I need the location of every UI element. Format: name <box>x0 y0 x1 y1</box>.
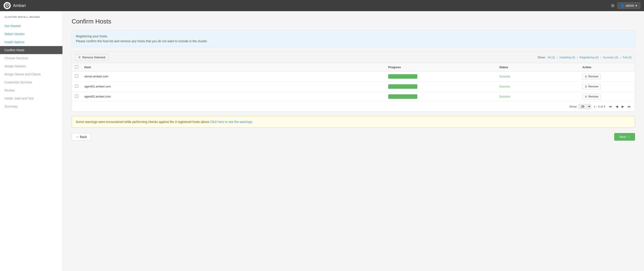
row-checkbox-2[interactable] <box>75 95 78 98</box>
sidebar-item-label: Customize Services <box>4 80 32 84</box>
filter-installing[interactable]: Installing (0) <box>560 56 575 59</box>
sidebar-item-select-version[interactable]: Select Version <box>0 30 62 38</box>
show-filter: Show: All (3) | Installing (0) | Registe… <box>538 56 632 59</box>
status-cell: Success <box>496 71 579 81</box>
page-layout: CLUSTER INSTALL WIZARD Get Started Selec… <box>0 11 644 271</box>
filter-fail[interactable]: Fail (0) <box>623 56 632 59</box>
warning-link[interactable]: Click here to see the warnings. <box>210 120 253 124</box>
filter-success[interactable]: Success (3) <box>603 56 618 59</box>
progress-cell <box>385 71 496 81</box>
action-cell: 🗑 Remove <box>579 91 635 101</box>
sidebar-item-confirm-hosts[interactable]: Confirm Hosts <box>0 46 62 54</box>
remove-row-button-0[interactable]: 🗑 Remove <box>582 74 601 79</box>
progress-bar-container <box>388 84 417 89</box>
sidebar-item-label: Assign Masters <box>4 64 26 68</box>
sidebar-item-label: Summary <box>4 105 18 108</box>
back-button[interactable]: ← Back <box>72 133 91 141</box>
remove-label: Remove <box>588 75 598 78</box>
status-badge: Success <box>499 75 510 78</box>
row-checkbox-1[interactable] <box>75 84 78 88</box>
row-checkbox-cell <box>72 91 81 101</box>
warning-banner: Some warnings were encountered while per… <box>72 116 635 128</box>
top-nav: Ambari ⊞ 👤 admin ▾ <box>0 0 644 11</box>
table-row: server.ambari.com Success 🗑 Remove <box>72 71 635 81</box>
progress-bar-fill <box>388 74 417 79</box>
per-page-dropdown[interactable]: 25 50 100 <box>579 104 591 109</box>
status-badge: Success <box>499 85 510 88</box>
sidebar-item-label: Get Started <box>4 24 20 28</box>
remove-row-button-2[interactable]: 🗑 Remove <box>582 94 601 99</box>
select-all-checkbox[interactable] <box>75 65 78 68</box>
host-column-header: Host <box>81 63 385 71</box>
prev-page-button[interactable]: ◀ <box>615 104 619 109</box>
progress-cell <box>385 81 496 91</box>
row-checkbox-cell <box>72 71 81 81</box>
pagination-controls: ⏮ ◀ ▶ ⏭ <box>608 104 632 109</box>
admin-icon: 👤 <box>620 4 624 7</box>
back-label: ← Back <box>76 135 87 139</box>
status-cell: Success <box>496 91 579 101</box>
next-button[interactable]: Next → <box>614 133 635 141</box>
table-row: agent02.ambari.com Success 🗑 Remove <box>72 91 635 101</box>
row-checkbox-0[interactable] <box>75 74 78 78</box>
main-content: Confirm Hosts Registering your hosts. Pl… <box>63 11 644 271</box>
sidebar-item-label: Assign Slaves and Clients <box>4 72 41 76</box>
svg-point-1 <box>6 4 8 6</box>
sidebar-item-get-started[interactable]: Get Started <box>0 22 62 30</box>
filter-all[interactable]: All (3) <box>547 56 555 59</box>
filter-registering[interactable]: Registering (0) <box>580 56 598 59</box>
last-page-button[interactable]: ⏭ <box>627 104 632 109</box>
separator-3: | <box>600 56 601 59</box>
sidebar: CLUSTER INSTALL WIZARD Get Started Selec… <box>0 11 63 271</box>
next-page-button[interactable]: ▶ <box>621 104 625 109</box>
brand: Ambari <box>4 2 26 9</box>
host-cell: agent02.ambari.com <box>81 91 385 101</box>
app-name: Ambari <box>13 3 26 8</box>
sidebar-item-review: Review <box>0 86 62 94</box>
sidebar-item-customize-services: Customize Services <box>0 78 62 86</box>
sidebar-item-label: Install Options <box>4 40 24 44</box>
separator-4: | <box>620 56 621 59</box>
sidebar-item-assign-masters: Assign Masters <box>0 62 62 70</box>
sidebar-item-label: Choose Services <box>4 56 28 60</box>
sidebar-item-label: Select Version <box>4 32 24 36</box>
info-line-1: Registering your hosts. <box>76 34 631 39</box>
remove-selected-button[interactable]: 🗑 Remove Selected <box>75 54 109 61</box>
sidebar-item-assign-slaves: Assign Slaves and Clients <box>0 70 62 78</box>
host-name: agent02.ambari.com <box>84 95 111 98</box>
host-name: agent01.ambari.com <box>84 85 111 88</box>
footer-actions: ← Back Next → <box>72 133 635 141</box>
info-line-2: Please confirm the host list and remove … <box>76 39 631 44</box>
progress-cell <box>385 91 496 101</box>
grid-icon[interactable]: ⊞ <box>611 3 614 8</box>
progress-bar-container <box>388 94 417 99</box>
remove-label: Remove <box>588 95 598 98</box>
sidebar-item-choose-services: Choose Services <box>0 54 62 62</box>
row-checkbox-cell <box>72 81 81 91</box>
sidebar-item-install-options[interactable]: Install Options <box>0 38 62 46</box>
admin-dropdown-icon: ▾ <box>636 4 637 7</box>
admin-menu-button[interactable]: 👤 admin ▾ <box>617 2 640 9</box>
first-page-button[interactable]: ⏮ <box>608 104 613 109</box>
trash-icon: 🗑 <box>585 85 588 88</box>
pagination-show-label: Show: <box>569 105 577 108</box>
progress-bar-fill <box>388 84 417 89</box>
host-name: server.ambari.com <box>84 75 108 78</box>
sidebar-item-summary: Summary <box>0 102 62 110</box>
action-cell: 🗑 Remove <box>579 81 635 91</box>
progress-bar-fill <box>388 94 417 99</box>
sidebar-item-label: Install, Start and Test <box>4 97 34 100</box>
table-toolbar: 🗑 Remove Selected Show: All (3) | Instal… <box>72 52 635 63</box>
trash-icon: 🗑 <box>585 75 588 78</box>
trash-icon: 🗑 <box>585 95 588 98</box>
hosts-table: Host Progress Status Action <box>72 63 635 101</box>
per-page-select: Show: 25 50 100 <box>569 104 591 109</box>
host-cell: server.ambari.com <box>81 71 385 81</box>
top-nav-right: ⊞ 👤 admin ▾ <box>611 2 640 9</box>
remove-row-button-1[interactable]: 🗑 Remove <box>582 84 601 89</box>
select-all-header <box>72 63 81 71</box>
status-column-header: Status <box>496 63 579 71</box>
app-logo <box>4 2 11 9</box>
action-cell: 🗑 Remove <box>579 71 635 81</box>
remove-selected-label: Remove Selected <box>82 56 106 59</box>
